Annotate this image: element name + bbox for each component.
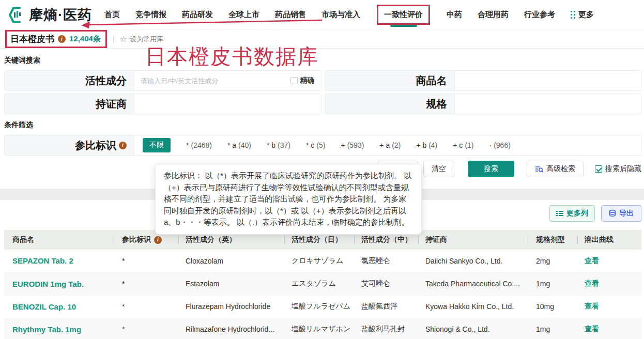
database-export-icon [609, 210, 616, 217]
filter-option[interactable]: * b(37) [267, 141, 290, 149]
spec-value: 10mg [529, 295, 577, 318]
export-button[interactable]: 导出 [601, 205, 641, 222]
info-icon[interactable]: i [58, 35, 66, 43]
brand-logo-icon [7, 6, 26, 24]
export-label: 导出 [619, 209, 634, 218]
view-dissolution-link[interactable]: 查看 [585, 256, 599, 265]
nav-item-consistency-evaluation[interactable]: 一致性评价 [384, 10, 423, 19]
filter-option[interactable]: + b(4) [416, 141, 437, 149]
hide-after-search-checkbox-wrap[interactable]: 搜索后隐藏 [595, 164, 641, 174]
specification-field-group: 规格 [325, 94, 642, 114]
holder-value: Shionogi & Co., Ltd. [418, 318, 529, 339]
spec-value: 1mg [529, 318, 577, 339]
spec-value: 2mg [529, 250, 577, 272]
clear-label: 清空 [432, 164, 446, 174]
filter-section-label: 条件筛选 [4, 120, 641, 130]
info-icon[interactable]: i [119, 142, 127, 149]
brand-logo[interactable]: 摩熵·医药 [7, 6, 92, 24]
nav-item-global-listing[interactable]: 全球上市 [228, 10, 259, 20]
filter-option[interactable]: +(593) [341, 141, 364, 149]
filter-option-unlimited[interactable]: 不限 [143, 138, 171, 152]
clear-button[interactable]: 清空 [423, 161, 454, 177]
specification-label: 规格 [325, 94, 454, 114]
reference-mark-tooltip: 参比标识： 以（*）表示开展了临床试验研究的原研药作为参比制剂。 以（+）表示已… [155, 164, 422, 235]
nav-item-tcm[interactable]: 中药 [447, 10, 462, 20]
filter-option[interactable]: *(2468) [186, 141, 212, 149]
nav-item-home[interactable]: 首页 [104, 10, 120, 20]
top-navigation: 摩熵·医药 首页 竞争情报 药品研发 全球上市 药品销售 市场与准入 一致性评价… [0, 0, 644, 30]
nav-item-industry-reference[interactable]: 行业参考 [524, 10, 555, 20]
db-title-highlight-box: 日本橙皮书 i 12,404条 [5, 30, 107, 48]
reference-mark-options: 不限 *(2468) * a(40) * b(37) * c(5) +(593)… [134, 135, 641, 155]
database-subheader: 日本橙皮书 i 12,404条 ☆ 设为常用库 [0, 30, 644, 49]
hide-after-search-checkbox[interactable] [595, 165, 602, 173]
filter-option[interactable]: + a(2) [379, 141, 401, 149]
specification-input[interactable] [455, 94, 641, 114]
col-header-holder[interactable]: 持证商 [418, 230, 529, 250]
drug-name-link[interactable]: SEPAZON Tab. 2 [12, 256, 73, 265]
advanced-search-icon [535, 165, 543, 173]
nav-active-highlight-box: 一致性评价 [377, 5, 430, 25]
spec-value: 1mg [529, 272, 577, 295]
more-columns-button[interactable]: 更多列 [549, 205, 595, 222]
drug-name-link[interactable]: Rhythmy Tab. 1mg [12, 325, 81, 334]
nav-item-competitive-intel[interactable]: 竞争情报 [135, 10, 166, 20]
filter-option[interactable]: * a(40) [227, 141, 251, 149]
specification-input-wrap [454, 94, 641, 114]
license-holder-field-group: 持证商 [4, 94, 321, 114]
active-ingredient-input[interactable] [134, 71, 290, 90]
nav-item-drug-rd[interactable]: 药品研发 [182, 10, 213, 20]
active-en-value: Cloxazolam [178, 250, 284, 272]
database-title: 日本橙皮书 [10, 33, 54, 45]
reference-mark-value: * [115, 250, 178, 272]
trade-name-label: 商品名 [325, 71, 454, 90]
nav-item-market-access[interactable]: 市场与准入 [321, 10, 360, 20]
holder-value: Daiichi Sankyo Co., Ltd. [418, 250, 529, 272]
filter-option[interactable]: ·(966) [489, 141, 511, 149]
active-cn-value: 艾司唑仑 [354, 272, 418, 295]
field-row-2: 持证商 规格 [4, 94, 641, 114]
trade-name-input-wrap [454, 71, 641, 90]
list-columns-icon [556, 210, 563, 217]
nav-more-menu[interactable]: 更多 [571, 10, 594, 20]
info-icon[interactable]: i [154, 236, 162, 244]
active-en-value: Rilmazafone Hydrochlorid... [178, 318, 284, 339]
grid-dots-icon [571, 11, 576, 19]
license-holder-input[interactable] [134, 94, 321, 114]
license-holder-input-wrap [134, 94, 321, 114]
trade-name-input[interactable] [455, 71, 641, 90]
view-dissolution-link[interactable]: 查看 [585, 302, 599, 310]
table-row: BENOZIL Cap. 10 * Flurazepam Hydrochlori… [4, 295, 641, 318]
search-button[interactable]: 搜索 [468, 161, 514, 177]
view-dissolution-link[interactable]: 查看 [585, 279, 599, 287]
field-row-1: 活性成分 精确 商品名 [4, 70, 641, 91]
table-row: SEPAZON Tab. 2 * Cloxazolam クロキサゾラム 氯恶唑仑… [4, 250, 641, 272]
active-cn-value: 氯恶唑仑 [354, 250, 418, 272]
trade-name-field-group: 商品名 [325, 70, 642, 91]
nav-more-label: 更多 [578, 10, 594, 20]
hide-after-search-label: 搜索后隐藏 [605, 164, 641, 174]
view-dissolution-link[interactable]: 查看 [585, 325, 599, 333]
col-header-spec[interactable]: 规格剂型 [529, 230, 577, 250]
nav-item-drug-sales[interactable]: 药品销售 [275, 10, 306, 20]
col-header-dissolution[interactable]: 溶出曲线 [577, 230, 641, 250]
filter-option[interactable]: * c(5) [306, 141, 325, 149]
nav-item-rational-use[interactable]: 合理用药 [478, 10, 509, 20]
divider [113, 35, 114, 43]
keyword-section-label: 关键词搜索 [4, 56, 641, 65]
drug-name-link[interactable]: EURODIN 1mg Tab. [12, 280, 84, 288]
col-header-trade-name[interactable]: 商品名 [4, 230, 115, 250]
table-row: EURODIN 1mg Tab. * Estazolam エスタゾラム 艾司唑仑… [4, 272, 641, 295]
exact-match-checkbox-wrap[interactable]: 精确 [290, 76, 321, 85]
exact-match-label: 精确 [300, 76, 315, 85]
exact-match-checkbox[interactable] [290, 77, 298, 84]
active-jp-value: エスタゾラム [284, 272, 354, 295]
reference-mark-label: 参比标识 i [5, 135, 134, 155]
license-holder-label: 持证商 [5, 94, 134, 114]
advanced-search-button[interactable]: 高级检索 [527, 161, 584, 177]
reference-mark-value: * [115, 318, 178, 339]
drug-name-link[interactable]: BENOZIL Cap. 10 [12, 302, 76, 311]
filter-option[interactable]: + c(1) [453, 141, 473, 149]
reference-mark-filter-group: 参比标识 i 不限 *(2468) * a(40) * b(37) * c(5)… [4, 135, 641, 156]
active-cn-value: 盐酸利马扎封 [354, 318, 418, 339]
